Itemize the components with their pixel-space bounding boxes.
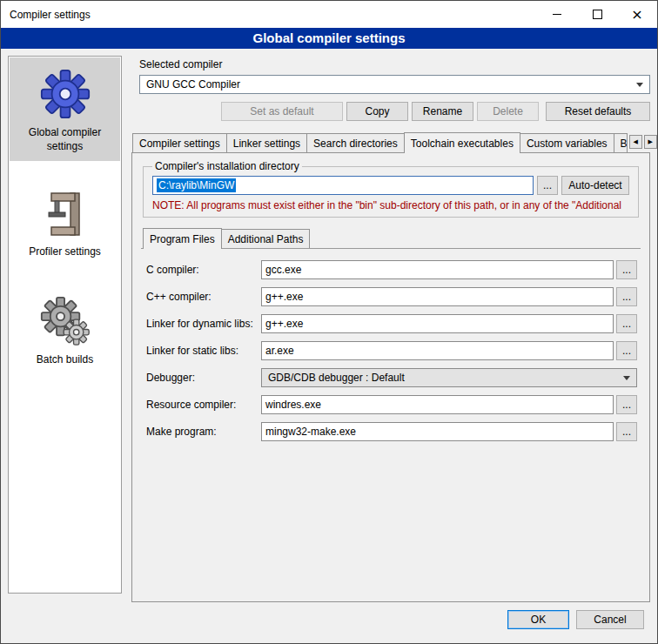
installation-directory-input[interactable]: C:\raylib\MinGW	[152, 176, 534, 195]
compiler-settings-window: Compiler settings × Global compiler sett…	[0, 0, 658, 644]
dialog-footer: OK Cancel	[1, 602, 657, 643]
chevron-down-icon	[623, 376, 630, 380]
selected-compiler-label: Selected compiler	[139, 58, 650, 70]
installation-directory-group-title: Compiler's installation directory	[152, 160, 302, 172]
tab-scroll-buttons: ◀ ▶	[628, 135, 657, 152]
titlebar: Compiler settings ×	[1, 1, 657, 28]
selected-compiler-combobox[interactable]: GNU GCC Compiler	[139, 75, 650, 94]
minimize-icon	[553, 14, 561, 15]
tab-scroll-right-button[interactable]: ▶	[644, 135, 657, 149]
programs-tabstrip: Program Files Additional Paths	[141, 228, 641, 248]
settings-tabstrip: Compiler settings Linker settings Search…	[131, 132, 650, 152]
make-program-row: Make program: mingw32-make.exe ...	[146, 422, 637, 441]
resource-compiler-label: Resource compiler:	[146, 399, 261, 411]
dialog-body: Global compiler settings Profiler settin…	[1, 49, 657, 602]
maximize-icon	[593, 10, 602, 19]
c-compiler-label: C compiler:	[146, 264, 261, 276]
program-files-panel: C compiler: gcc.exe ... C++ compiler: g+…	[141, 248, 641, 449]
tab-truncated[interactable]: Buil	[614, 133, 628, 152]
resource-compiler-input[interactable]: windres.exe	[261, 395, 614, 414]
triangle-right-icon: ▶	[648, 138, 652, 145]
minimize-button[interactable]	[537, 1, 577, 28]
tab-search-directories[interactable]: Search directories	[306, 133, 405, 152]
sidebar-item-label: Batch builds	[37, 353, 93, 367]
c-compiler-value: gcc.exe	[265, 264, 301, 276]
toolchain-executables-panel: Compiler's installation directory C:\ray…	[131, 152, 650, 602]
clamp-icon	[44, 190, 87, 238]
compiler-action-buttons: Set as default Copy Rename Delete Reset …	[139, 102, 650, 121]
rename-button[interactable]: Rename	[412, 102, 473, 121]
sidebar-item-profiler-settings[interactable]: Profiler settings	[10, 178, 120, 267]
make-program-input[interactable]: mingw32-make.exe	[261, 422, 614, 441]
gray-gears-icon	[40, 296, 91, 346]
sidebar-item-batch-builds[interactable]: Batch builds	[10, 285, 120, 375]
copy-button[interactable]: Copy	[346, 102, 408, 121]
settings-sidebar: Global compiler settings Profiler settin…	[8, 56, 122, 594]
window-controls: ×	[537, 1, 657, 28]
main-panel: Selected compiler GNU GCC Compiler Set a…	[131, 56, 650, 602]
selected-compiler-value: GNU GCC Compiler	[146, 78, 240, 91]
cpp-compiler-input[interactable]: g++.exe	[261, 287, 614, 306]
sidebar-item-global-compiler-settings[interactable]: Global compiler settings	[10, 57, 120, 161]
cancel-button[interactable]: Cancel	[576, 610, 644, 629]
installation-directory-browse-button[interactable]: ...	[537, 176, 558, 195]
static-linker-browse-button[interactable]: ...	[616, 341, 637, 360]
debugger-row: Debugger: GDB/CDB debugger : Default	[146, 368, 637, 387]
tab-compiler-settings[interactable]: Compiler settings	[132, 133, 227, 152]
tab-program-files[interactable]: Program Files	[143, 228, 222, 249]
tab-additional-paths[interactable]: Additional Paths	[221, 229, 311, 248]
maximize-button[interactable]	[577, 1, 617, 28]
installation-directory-value: C:\raylib\MinGW	[157, 178, 236, 192]
close-button[interactable]: ×	[617, 1, 657, 28]
dynamic-linker-label: Linker for dynamic libs:	[146, 318, 261, 330]
set-as-default-button[interactable]: Set as default	[221, 102, 343, 121]
debugger-select[interactable]: GDB/CDB debugger : Default	[261, 368, 637, 387]
note-text: NOTE: All programs must exist either in …	[152, 199, 629, 211]
installation-directory-row: C:\raylib\MinGW ... Auto-detect	[152, 176, 629, 195]
static-linker-row: Linker for static libs: ar.exe ...	[146, 341, 637, 360]
chevron-down-icon	[636, 83, 643, 87]
c-compiler-input[interactable]: gcc.exe	[261, 260, 614, 279]
make-program-browse-button[interactable]: ...	[616, 422, 637, 441]
close-icon: ×	[631, 8, 642, 22]
dynamic-linker-input[interactable]: g++.exe	[261, 314, 614, 333]
window-title: Compiler settings	[1, 9, 91, 21]
page-title: Global compiler settings	[1, 28, 657, 49]
reset-defaults-button[interactable]: Reset defaults	[546, 102, 650, 121]
resource-compiler-value: windres.exe	[265, 399, 321, 411]
make-program-value: mingw32-make.exe	[265, 426, 356, 438]
dynamic-linker-browse-button[interactable]: ...	[616, 314, 637, 333]
resource-compiler-row: Resource compiler: windres.exe ...	[146, 395, 637, 414]
ok-button[interactable]: OK	[507, 610, 569, 629]
debugger-value: GDB/CDB debugger : Default	[268, 372, 405, 384]
cpp-compiler-browse-button[interactable]: ...	[616, 287, 637, 306]
make-program-label: Make program:	[146, 426, 261, 438]
cpp-compiler-row: C++ compiler: g++.exe ...	[146, 287, 637, 306]
tab-linker-settings[interactable]: Linker settings	[226, 133, 307, 152]
blue-gear-icon	[40, 69, 91, 119]
static-linker-input[interactable]: ar.exe	[261, 341, 614, 360]
resource-compiler-browse-button[interactable]: ...	[616, 395, 637, 414]
dynamic-linker-value: g++.exe	[265, 318, 303, 330]
debugger-label: Debugger:	[146, 372, 261, 384]
sidebar-item-label: Global compiler settings	[12, 126, 118, 153]
cpp-compiler-label: C++ compiler:	[146, 291, 261, 303]
dynamic-linker-row: Linker for dynamic libs: g++.exe ...	[146, 314, 637, 333]
c-compiler-row: C compiler: gcc.exe ...	[146, 260, 637, 279]
installation-directory-group: Compiler's installation directory C:\ray…	[143, 160, 639, 218]
tab-scroll-left-button[interactable]: ◀	[629, 135, 642, 149]
static-linker-value: ar.exe	[265, 345, 294, 357]
tab-toolchain-executables[interactable]: Toolchain executables	[404, 132, 520, 153]
tab-custom-variables[interactable]: Custom variables	[520, 133, 614, 152]
triangle-left-icon: ◀	[633, 138, 637, 145]
cpp-compiler-value: g++.exe	[265, 291, 303, 303]
auto-detect-button[interactable]: Auto-detect	[561, 176, 629, 195]
sidebar-item-label: Profiler settings	[29, 245, 101, 259]
delete-button[interactable]: Delete	[477, 102, 539, 121]
static-linker-label: Linker for static libs:	[146, 345, 261, 357]
c-compiler-browse-button[interactable]: ...	[616, 260, 637, 279]
